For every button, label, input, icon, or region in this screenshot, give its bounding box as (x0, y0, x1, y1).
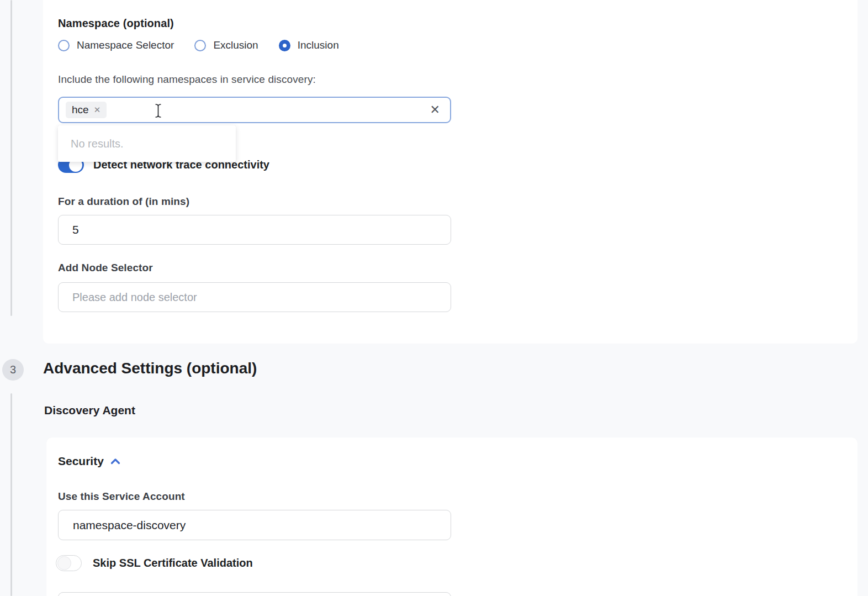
remove-tag-icon[interactable]: ✕ (94, 105, 101, 115)
clear-tags-icon[interactable]: ✕ (430, 104, 440, 116)
step-3-badge: 3 (2, 359, 24, 381)
toggle-knob-icon (57, 556, 71, 570)
no-results-message: No results. (71, 138, 124, 150)
service-discovery-form-page: Namespace (optional) Namespace Selector … (0, 0, 868, 596)
radio-selected-icon[interactable] (279, 40, 290, 51)
partial-next-input[interactable] (58, 592, 451, 596)
radio-label: Inclusion (298, 39, 339, 51)
radio-circle-icon[interactable] (58, 40, 70, 51)
radio-namespace-selector[interactable]: Namespace Selector (58, 39, 174, 51)
duration-input[interactable] (58, 215, 451, 245)
namespace-settings-card: Namespace (optional) Namespace Selector … (43, 0, 858, 344)
include-namespaces-label: Include the following namespaces in serv… (58, 73, 316, 86)
radio-circle-icon[interactable] (194, 40, 206, 51)
namespace-section-label: Namespace (optional) (58, 17, 174, 30)
service-account-input[interactable] (58, 510, 451, 540)
security-section-header[interactable]: Security (58, 455, 120, 468)
step-2-connector-line (10, 0, 12, 316)
security-header-label: Security (58, 455, 104, 468)
chevron-up-icon (110, 458, 120, 465)
radio-label: Exclusion (213, 39, 258, 51)
service-account-label: Use this Service Account (58, 490, 185, 503)
step-3-connector-line (10, 393, 12, 596)
radio-inclusion[interactable]: Inclusion (279, 39, 339, 51)
namespace-tag-chip: hce ✕ (66, 102, 107, 118)
text-cursor-icon (154, 103, 162, 120)
namespace-mode-radio-group: Namespace Selector Exclusion Inclusion (58, 39, 359, 51)
tag-chip-label: hce (72, 104, 89, 116)
namespace-suggestions-dropdown: No results. (58, 125, 236, 162)
skip-ssl-toggle[interactable] (56, 555, 82, 571)
radio-label: Namespace Selector (77, 39, 174, 51)
skip-ssl-row: Skip SSL Certificate Validation (56, 555, 253, 571)
node-selector-label: Add Node Selector (58, 262, 153, 274)
skip-ssl-label: Skip SSL Certificate Validation (93, 557, 253, 569)
node-selector-input[interactable] (58, 282, 451, 312)
security-panel-card: Security Use this Service Account Skip S… (46, 437, 858, 596)
radio-exclusion[interactable]: Exclusion (194, 39, 258, 51)
discovery-agent-label: Discovery Agent (44, 404, 135, 417)
namespace-tags-input[interactable]: hce ✕ ✕ (58, 97, 451, 123)
advanced-settings-title: Advanced Settings (optional) (43, 360, 257, 377)
duration-label: For a duration of (in mins) (58, 196, 189, 208)
